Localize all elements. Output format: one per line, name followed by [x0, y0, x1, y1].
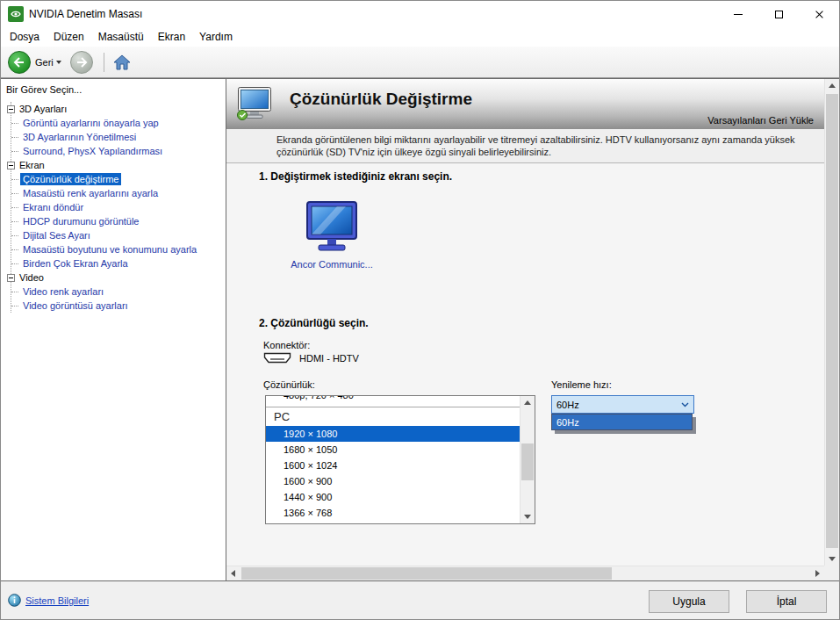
- connector-label: Konnektör:: [263, 340, 310, 350]
- step1-heading: 1. Değiştirmek istediğiniz ekranı seçin.: [259, 170, 452, 183]
- combobox-value: 60Hz: [552, 400, 676, 410]
- tree-guide-tick: [11, 249, 18, 250]
- scroll-right-icon[interactable]: [811, 566, 824, 580]
- connector-value: HDMI - HDTV: [299, 353, 359, 364]
- tree-item-hdcp-durumu[interactable]: HDCP durumunu görüntüle: [11, 214, 226, 228]
- page-title: Çözünürlük Değiştirme: [290, 90, 472, 109]
- maximize-icon: [775, 11, 783, 18]
- scroll-down-icon[interactable]: [825, 552, 839, 566]
- home-button[interactable]: [113, 54, 131, 70]
- apply-button[interactable]: Uygula: [649, 590, 729, 613]
- collapse-expander-icon[interactable]: [7, 274, 15, 282]
- main-horizontal-scrollbar[interactable]: [226, 566, 824, 580]
- scrollbar-thumb[interactable]: [241, 567, 612, 580]
- resolution-item[interactable]: 1366 × 768: [266, 505, 535, 521]
- tree-guide-tick: [11, 193, 18, 194]
- back-button-label: Geri: [35, 57, 54, 68]
- settings-area: 1. Değiştirmek istediğiniz ekranı seçin.: [226, 163, 824, 566]
- resolution-item[interactable]: 1920 × 1080: [266, 426, 535, 442]
- change-resolution-icon: [235, 86, 274, 121]
- display-device-button[interactable]: Ancor Communic...: [288, 201, 376, 270]
- tree-guide-tick: [11, 306, 18, 306]
- back-button[interactable]: [8, 51, 31, 74]
- resolution-item-clipped[interactable]: 480p, 720 × 480: [266, 396, 535, 407]
- tree-item-video-renk[interactable]: Video renk ayarları: [11, 285, 226, 299]
- page-description: Ekranda görüntülenen bilgi miktarını aya…: [226, 129, 824, 163]
- collapse-expander-icon[interactable]: [7, 105, 15, 113]
- tree-category-video[interactable]: Video: [7, 270, 226, 285]
- resolution-item[interactable]: 1680 × 1050: [266, 442, 535, 458]
- task-tree: 3D Ayarları Görüntü ayarlarını önayarla …: [11, 102, 226, 313]
- footer-bar: Sistem Bilgileri Uygula İptal: [1, 581, 839, 619]
- restore-defaults-button[interactable]: Varsayılanları Geri Yükle: [707, 115, 814, 126]
- tree-item-ekrani-dondur[interactable]: Ekranı döndür: [11, 200, 226, 214]
- scroll-left-icon[interactable]: [226, 566, 240, 580]
- refresh-rate-dropdown: 60Hz: [551, 414, 693, 430]
- display-device-label: Ancor Communic...: [288, 259, 376, 270]
- tree-guide-tick: [11, 179, 18, 180]
- forward-arrow-icon: [75, 57, 88, 68]
- dropdown-option-60hz[interactable]: 60Hz: [552, 415, 692, 429]
- window-title: NVIDIA Denetim Masası: [29, 8, 142, 20]
- forward-button[interactable]: [70, 51, 93, 74]
- menu-item-masaustu[interactable]: Masaüstü: [91, 29, 151, 45]
- back-history-dropdown-icon[interactable]: [56, 61, 61, 64]
- resolution-list-scrollbar[interactable]: [520, 396, 535, 523]
- menu-bar: Dosya Düzen Masaüstü Ekran Yardım: [1, 27, 839, 47]
- resolution-item[interactable]: 1440 × 900: [266, 489, 535, 505]
- tree-item-goruntu-ayarlari[interactable]: Görüntü ayarlarını önayarla yap: [11, 116, 226, 130]
- tree-item-masaustu-renk[interactable]: Masaüstü renk ayarlarını ayarla: [11, 186, 226, 200]
- tree-guide-tick: [11, 207, 18, 208]
- refresh-rate-combobox[interactable]: 60Hz: [551, 395, 694, 414]
- scrollbar-thumb[interactable]: [521, 443, 534, 480]
- menu-item-ekran[interactable]: Ekran: [151, 29, 192, 45]
- tree-item-3d-yonetimi[interactable]: 3D Ayarlarının Yönetilmesi: [11, 130, 226, 144]
- menu-item-duzen[interactable]: Düzen: [47, 29, 91, 45]
- menu-item-yardim[interactable]: Yardım: [192, 29, 240, 45]
- collapse-expander-icon[interactable]: [7, 162, 15, 169]
- tree-item-surround-physx[interactable]: Surround, PhysX Yapılandırması: [11, 144, 226, 158]
- scrollbar-thumb[interactable]: [826, 94, 838, 548]
- resolution-listbox: 480p, 720 × 480 PC 1920 × 1080 1680 × 10…: [265, 395, 535, 524]
- nvidia-logo-icon: [8, 6, 24, 22]
- maximize-button[interactable]: [758, 1, 799, 27]
- tree-category-ekran[interactable]: Ekran: [7, 158, 226, 172]
- close-icon: [815, 10, 824, 19]
- chevron-down-icon[interactable]: [676, 396, 693, 413]
- display-monitor-icon: [304, 201, 360, 252]
- tree-item-birden-cok-ekran[interactable]: Birden Çok Ekran Ayarla: [11, 256, 226, 270]
- tree-guide-tick: [11, 123, 18, 124]
- scroll-down-icon[interactable]: [521, 510, 535, 523]
- nvidia-control-panel-window: NVIDIA Denetim Masası Dosya Düzen Masaüs…: [0, 0, 840, 620]
- toolbar-separator: [104, 53, 104, 72]
- title-bar: NVIDIA Denetim Masası: [1, 1, 839, 27]
- tree-item-cozunurluk-degistirme[interactable]: Çözünürlük değiştirme: [11, 172, 226, 186]
- resolution-item[interactable]: 1600 × 900: [266, 473, 535, 489]
- tree-item-dijital-ses[interactable]: Dijital Ses Ayarı: [11, 228, 226, 242]
- tree-guide-tick: [11, 263, 18, 264]
- tree-guide-tick: [11, 235, 18, 236]
- minimize-button[interactable]: [718, 1, 758, 27]
- content-area: Bir Görev Seçin... 3D Ayarları Görüntü a…: [1, 78, 839, 581]
- sidebar-header: Bir Görev Seçin...: [6, 84, 226, 95]
- scrollbar-corner: [824, 566, 839, 580]
- resolution-item[interactable]: 1600 × 1024: [266, 458, 535, 473]
- tree-item-masaustu-boyutu[interactable]: Masaüstü boyutunu ve konumunu ayarla: [11, 242, 226, 256]
- scroll-up-icon[interactable]: [825, 79, 839, 92]
- scroll-up-icon[interactable]: [521, 396, 535, 409]
- tree-category-3d-ayarlari[interactable]: 3D Ayarları: [7, 102, 226, 116]
- tree-guide-tick: [11, 292, 18, 292]
- menu-item-dosya[interactable]: Dosya: [3, 29, 47, 45]
- task-sidebar: Bir Görev Seçin... 3D Ayarları Görüntü a…: [1, 79, 226, 580]
- window-controls: [718, 1, 839, 27]
- navigation-toolbar: Geri: [1, 47, 839, 78]
- page-banner: Çözünürlük Değiştirme Varsayılanları Ger…: [226, 79, 824, 129]
- cancel-button[interactable]: İptal: [746, 590, 827, 613]
- tree-item-video-goruntu[interactable]: Video görüntüsü ayarları: [11, 299, 226, 313]
- connector-row: HDMI - HDTV: [263, 352, 359, 364]
- tree-guide-tick: [11, 151, 18, 152]
- close-button[interactable]: [799, 1, 839, 27]
- main-vertical-scrollbar[interactable]: [824, 79, 839, 566]
- system-info-link[interactable]: Sistem Bilgileri: [8, 594, 89, 607]
- system-info-label: Sistem Bilgileri: [25, 595, 89, 606]
